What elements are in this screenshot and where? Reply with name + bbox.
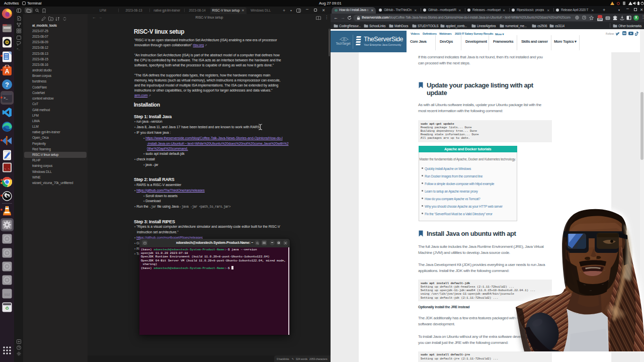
svg-text:?: ? [5, 81, 9, 88]
svg-text:>_: >_ [4, 96, 8, 100]
svg-text:A: A [5, 68, 10, 75]
svg-text:♻: ♻ [5, 306, 9, 311]
svg-text:SSZ: SSZ [4, 293, 10, 296]
